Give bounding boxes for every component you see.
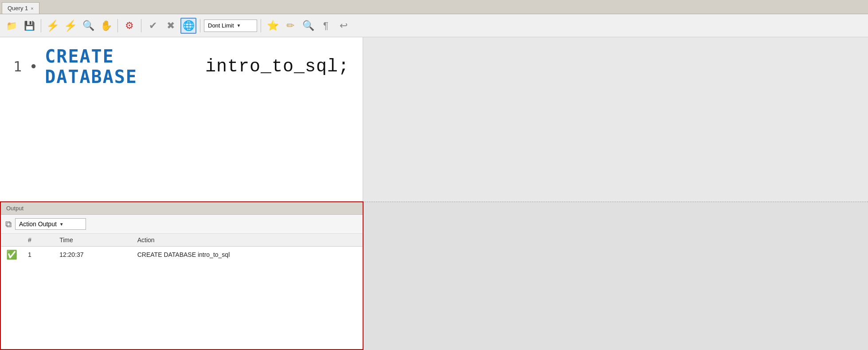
line-number: 1 [13, 58, 22, 75]
editor-area: 1 • CREATE DATABASE intro_to_sql; [0, 37, 868, 201]
output-table-head: # Time Action [1, 234, 363, 247]
arrow-btn[interactable]: ↩ [336, 18, 352, 34]
hand-btn[interactable]: ✋ [98, 18, 114, 34]
output-header: Output [1, 202, 363, 215]
output-table: # Time Action ✅ 1 12:20:37 CREATE DATABA… [1, 234, 363, 263]
plugin-btn[interactable]: ⚙ [121, 18, 137, 34]
check-btn[interactable]: ✔ [145, 18, 161, 34]
tab-label: Query 1 [8, 5, 28, 12]
eraser-btn[interactable]: ✏ [282, 18, 298, 34]
paragraph-btn[interactable]: ¶ [318, 18, 334, 34]
col-status [1, 234, 23, 247]
code-keyword: CREATE DATABASE [45, 46, 198, 87]
find-btn[interactable]: 🔍 [80, 18, 96, 34]
toolbar-sep-5 [261, 19, 261, 32]
execute-btn[interactable]: ⚡ [45, 18, 61, 34]
execute-stop-btn[interactable]: ⚡ [63, 18, 78, 34]
open-folder-btn[interactable]: 📁 [4, 18, 20, 34]
toolbar-sep-2 [117, 19, 118, 32]
output-copy-icon: ⧉ [5, 219, 12, 229]
action-output-label: Action Output [19, 220, 57, 228]
output-header-label: Output [6, 205, 23, 212]
row-number: 1 [23, 247, 54, 263]
toolbar-sep-3 [141, 19, 141, 32]
line-dot: • [29, 58, 38, 75]
action-output-dropdown[interactable]: Action Output ▼ [15, 218, 86, 230]
output-toolbar: ⧉ Action Output ▼ [1, 215, 363, 234]
col-time: Time [54, 234, 132, 247]
toolbar-sep-1 [41, 19, 41, 32]
toolbar: 📁 💾 ⚡ ⚡ 🔍 ✋ ⚙ ✔ ✖ 🌐 Dont Limit ▼ ⭐ ✏ 🔍 ¶… [0, 14, 868, 37]
editor-main[interactable]: 1 • CREATE DATABASE intro_to_sql; [0, 37, 363, 201]
col-action: Action [132, 234, 363, 247]
output-panel: Output ⧉ Action Output ▼ # Time Action [0, 201, 364, 350]
code-plain: intro_to_sql; [205, 57, 349, 77]
save-btn[interactable]: 💾 [21, 18, 37, 34]
query-tab[interactable]: Query 1 × [2, 2, 39, 14]
toolbar-sep-4 [200, 19, 200, 32]
limit-dropdown-label: Dont Limit [208, 22, 234, 29]
output-table-header-row: # Time Action [1, 234, 363, 247]
code-line-1: 1 • CREATE DATABASE intro_to_sql; [13, 46, 349, 87]
star-btn[interactable]: ⭐ [265, 18, 281, 34]
action-output-arrow: ▼ [59, 222, 64, 227]
cancel-btn[interactable]: ✖ [163, 18, 179, 34]
table-row: ✅ 1 12:20:37 CREATE DATABASE intro_to_sq… [1, 247, 363, 263]
output-table-body: ✅ 1 12:20:37 CREATE DATABASE intro_to_sq… [1, 247, 363, 263]
success-icon: ✅ [6, 249, 17, 260]
tab-close-btn[interactable]: × [31, 6, 33, 11]
limit-dropdown-arrow: ▼ [237, 23, 241, 28]
col-number: # [23, 234, 54, 247]
globe-btn[interactable]: 🌐 [180, 18, 196, 34]
row-status-cell: ✅ [1, 247, 23, 263]
limit-dropdown[interactable]: Dont Limit ▼ [204, 20, 257, 32]
search-btn[interactable]: 🔍 [300, 18, 316, 34]
output-wrapper: Output ⧉ Action Output ▼ # Time Action [0, 201, 868, 350]
output-right-panel [364, 201, 868, 350]
tab-bar: Query 1 × [0, 0, 868, 14]
editor-right-panel [363, 37, 868, 201]
row-action: CREATE DATABASE intro_to_sql [132, 247, 363, 263]
row-time: 12:20:37 [54, 247, 132, 263]
